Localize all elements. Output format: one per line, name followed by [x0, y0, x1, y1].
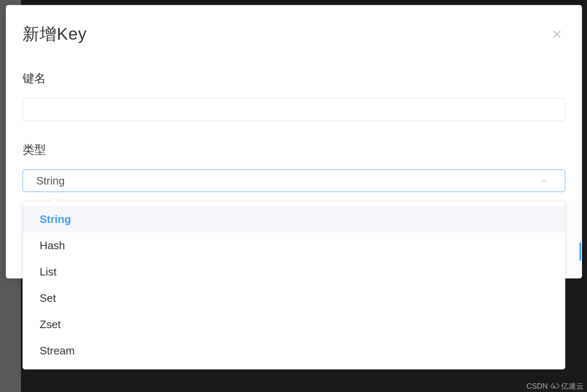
type-selected-value: String: [36, 175, 65, 187]
type-select-wrapper: String String Hash List Set Zset Stream: [23, 169, 565, 192]
option-string[interactable]: String: [23, 206, 565, 233]
option-set[interactable]: Set: [23, 285, 565, 311]
modal-title: 新增Key: [23, 23, 87, 46]
add-key-modal: 新增Key 键名 类型 String String: [6, 5, 582, 278]
watermark-yisuyun: 亿速云: [550, 381, 584, 391]
close-icon: [552, 29, 562, 39]
svg-point-2: [553, 386, 555, 387]
form-item-type: 类型 String String Hash List Set Zset Stre…: [23, 142, 565, 192]
watermark: CSDN 亿速云: [526, 381, 584, 391]
modal-body: 键名 类型 String String Hash List Set Zset: [6, 46, 582, 192]
modal-header: 新增Key: [6, 5, 582, 46]
chevron-up-icon: [540, 177, 548, 185]
close-button[interactable]: [549, 26, 565, 43]
keyname-input[interactable]: [23, 98, 565, 121]
option-zset[interactable]: Zset: [23, 311, 565, 338]
type-select[interactable]: String: [23, 169, 565, 192]
form-item-keyname: 键名: [23, 71, 565, 121]
cloud-icon: [550, 383, 559, 389]
type-label: 类型: [23, 142, 565, 158]
keyname-label: 键名: [23, 71, 565, 86]
option-hash[interactable]: Hash: [23, 233, 565, 259]
option-stream[interactable]: Stream: [23, 338, 565, 364]
option-list[interactable]: List: [23, 259, 565, 285]
confirm-button-edge[interactable]: [579, 242, 581, 261]
watermark-csdn: CSDN: [526, 382, 548, 391]
type-dropdown: String Hash List Set Zset Stream: [23, 201, 565, 369]
